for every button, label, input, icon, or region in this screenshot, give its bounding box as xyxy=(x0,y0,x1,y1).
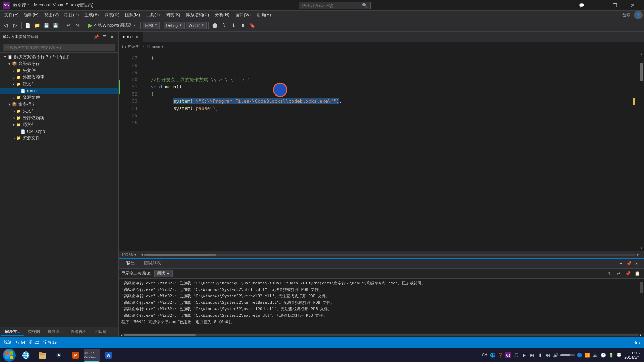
taskbar-media-icon[interactable] xyxy=(51,349,67,362)
menu-help[interactable]: 帮助(H) xyxy=(254,11,274,19)
output-right-scrollbar[interactable] xyxy=(639,279,644,333)
output-h-scroll-thumb[interactable] xyxy=(124,334,196,336)
profile-avatar[interactable]: 👤 xyxy=(634,11,643,19)
breadcrumb-scope[interactable]: (全局范围) xyxy=(122,44,140,49)
copy-output-icon[interactable]: 📋 xyxy=(633,270,641,278)
menu-test[interactable]: 测试(S) xyxy=(163,11,183,19)
start-button[interactable] xyxy=(1,349,17,362)
h-scrollbar[interactable]: ◄ ► xyxy=(139,253,641,256)
next-btn[interactable]: ⏭ xyxy=(545,352,551,358)
panel-dropdown-icon[interactable]: ▼ xyxy=(617,260,625,267)
volume-track[interactable] xyxy=(560,354,575,356)
zoom-dropdown[interactable]: 100 % ▼ xyxy=(121,252,137,257)
undo-button[interactable]: ↩ xyxy=(64,21,73,30)
status-col[interactable]: 列 22 xyxy=(29,340,39,345)
prev-btn[interactable]: ⏮ xyxy=(529,352,535,358)
menu-arch[interactable]: 体系结构(C) xyxy=(183,11,212,19)
network-icon[interactable]: 🌐 xyxy=(489,352,496,358)
bluetooth-icon[interactable]: 🔵 xyxy=(576,352,583,358)
right-scrollbar[interactable]: ▲ ▼ xyxy=(639,51,644,251)
battery-icon[interactable]: 🔋 xyxy=(608,352,614,358)
run-button[interactable]: ▶ 本地 Windows 调试器 ▼ xyxy=(86,21,139,29)
h-scroll-right[interactable]: ► xyxy=(636,253,640,256)
open-file-button[interactable]: 📁 xyxy=(33,21,41,30)
step-into-icon[interactable]: ⬇ xyxy=(229,21,238,30)
minimize-button[interactable]: — xyxy=(589,0,605,11)
pin-icon[interactable]: 📌 xyxy=(93,34,99,40)
menu-analyze[interactable]: 分析(N) xyxy=(212,11,232,19)
breakpoint-icon[interactable]: ⬤ xyxy=(210,21,219,30)
h-scroll-left[interactable]: ◄ xyxy=(140,253,143,256)
tree-resource2[interactable]: ▷ 📁 资源文件 xyxy=(0,135,118,141)
tree-runc[interactable]: ▷ 📄 run.c xyxy=(0,88,118,94)
tree-external2[interactable]: ▷ 📁 外部依赖项 xyxy=(0,115,118,121)
menu-view[interactable]: 视图(V) xyxy=(41,11,61,19)
scroll-up-arrow[interactable]: ▲ xyxy=(639,51,644,56)
sidebar-tab-solution[interactable]: 解决方... xyxy=(1,328,24,336)
panel-close-icon[interactable]: ✕ xyxy=(633,260,640,267)
network2-icon[interactable]: 📶 xyxy=(584,352,590,358)
vs-tray-icon[interactable]: VS xyxy=(505,352,511,358)
clear-output-icon[interactable]: 🗑 xyxy=(605,270,613,278)
tree-cmdcpp[interactable]: ▷ 📄 CMD.cpp xyxy=(0,128,118,135)
action-center-icon[interactable]: 💬 xyxy=(616,352,622,358)
taskbar-ie-icon[interactable] xyxy=(18,349,34,362)
sidebar-tab-properties[interactable]: 属性管... xyxy=(44,328,66,336)
tree-headers1[interactable]: ▷ 📁 头文件 xyxy=(0,67,118,74)
output-h-scroll-right[interactable]: ► xyxy=(639,333,643,337)
save-button[interactable]: 💾 xyxy=(42,21,51,30)
pin-output-icon[interactable]: 📌 xyxy=(624,270,632,278)
breadcrumb-function[interactable]: ⬡ main() xyxy=(147,44,163,49)
step-over-icon[interactable]: ⤵ xyxy=(220,21,228,30)
platform-dropdown[interactable]: Win32 ▼ xyxy=(186,22,207,29)
sidebar-tab-resourceview[interactable]: 资源视图 xyxy=(67,328,90,336)
tree-source1[interactable]: ▼ 📁 源文件 xyxy=(0,81,118,88)
menu-tools[interactable]: 工具(T) xyxy=(143,11,163,19)
tree-headers2[interactable]: ▷ 📁 头文件 xyxy=(0,108,118,115)
menu-team[interactable]: 团队(M) xyxy=(122,11,143,19)
sidebar-tab-classview[interactable]: 类视图 xyxy=(24,328,43,336)
login-button[interactable]: 登录 xyxy=(620,11,634,19)
volume-icon[interactable]: 🔊 xyxy=(552,352,559,358)
status-ready[interactable]: 就绪 xyxy=(4,340,11,345)
new-file-button[interactable]: 📄 xyxy=(23,21,32,30)
question-icon[interactable]: ❓ xyxy=(497,352,504,358)
output-h-scrollbar[interactable]: ◄ ► xyxy=(119,333,644,337)
build-config-dropdown[interactable]: Debug ▼ xyxy=(164,22,185,29)
tree-source2[interactable]: ▼ 📁 源文件 xyxy=(0,121,118,128)
taskbar-explorer-icon[interactable] xyxy=(34,349,50,362)
redo-button[interactable]: ↪ xyxy=(73,21,82,30)
output-h-scroll-left[interactable]: ◄ xyxy=(120,333,123,337)
config-dropdown[interactable]: 自动 ▼ xyxy=(143,22,160,29)
scroll-thumb[interactable] xyxy=(640,63,643,81)
close-button[interactable]: ✕ xyxy=(625,0,641,11)
wrap-output-icon[interactable]: ↵ xyxy=(615,270,622,278)
tab-runc-close[interactable]: ✕ xyxy=(135,35,139,40)
sidebar-search-input[interactable] xyxy=(3,44,115,51)
status-line[interactable]: 行 54 xyxy=(16,340,25,345)
tree-project2[interactable]: ▼ 📦 命令行？ xyxy=(0,101,118,108)
menu-file[interactable]: 文件(F) xyxy=(1,11,21,19)
code-editor-content[interactable]: } //打开复杂目录的操作方式 \\-> \ \" -> " xyxy=(140,51,639,251)
h-scroll-track[interactable] xyxy=(144,254,636,256)
sidebar-close-icon[interactable]: ✕ xyxy=(109,34,115,40)
taskbar-ppt-icon[interactable]: P xyxy=(68,349,83,362)
volume-slider[interactable] xyxy=(560,354,575,356)
notification-icon[interactable]: 💬 xyxy=(576,3,587,8)
bookmark-icon[interactable]: 🔖 xyxy=(248,21,256,30)
winamp-tray-icon[interactable]: 🎵 xyxy=(513,352,519,358)
tree-project1[interactable]: ▼ 📦 高级命令行 xyxy=(0,60,118,67)
step-out-icon[interactable]: ⬆ xyxy=(238,21,247,30)
scroll-down-arrow[interactable]: ▼ xyxy=(639,246,644,251)
menu-debug[interactable]: 调试(D) xyxy=(102,11,122,19)
restore-button[interactable]: ❐ xyxy=(607,0,623,11)
sidebar-filter-icon[interactable]: ☰ xyxy=(101,34,107,40)
pause-btn[interactable]: ⏸ xyxy=(537,352,543,358)
speaker-icon[interactable]: 🔈 xyxy=(592,352,598,358)
tree-solution[interactable]: ▼ 📋 解决方案'命令行？'(2 个项目) xyxy=(0,54,118,60)
panel-tab-errors[interactable]: 错误列表 xyxy=(139,259,165,268)
panel-pin-icon[interactable]: 📌 xyxy=(625,260,633,267)
scroll-track[interactable] xyxy=(639,56,644,246)
taskbar-mediaplayer2-icon[interactable]: 39:07 / 01:02:17 xyxy=(84,349,100,362)
output-scroll-thumb[interactable] xyxy=(640,282,643,293)
